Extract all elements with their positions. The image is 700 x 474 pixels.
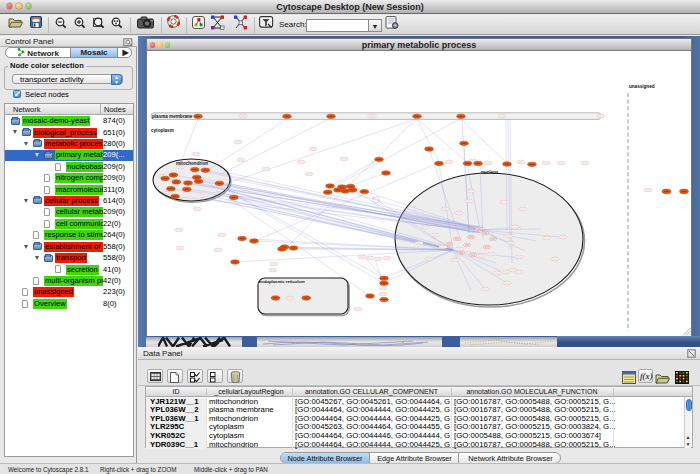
svg-text:cytoplasm: cytoplasm <box>151 128 174 133</box>
svg-text:unassigned: unassigned <box>629 84 655 89</box>
svg-text:plasma membrane: plasma membrane <box>152 114 193 119</box>
svg-text:nucleus: nucleus <box>481 170 499 175</box>
svg-text:endoplasmic reticulum: endoplasmic reticulum <box>259 279 305 284</box>
